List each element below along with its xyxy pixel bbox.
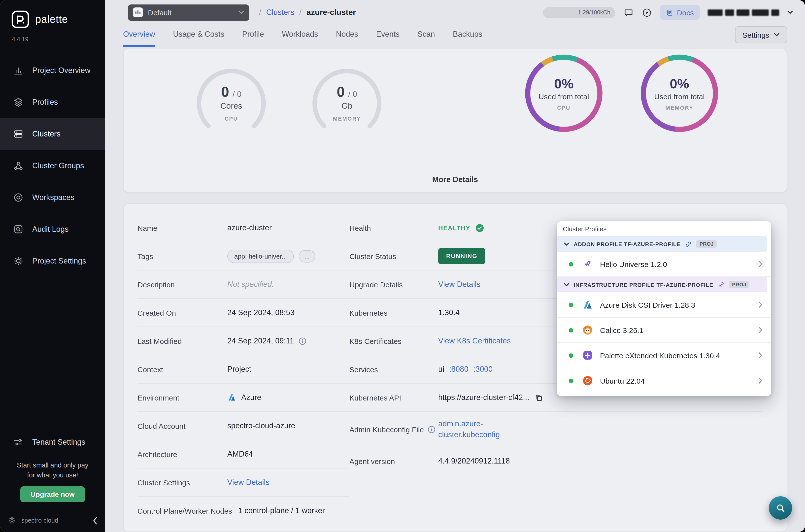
status-dot-green [569, 262, 573, 266]
agent-version-row: Agent version 4.4.9/20240912.1118 [349, 447, 763, 475]
cpu-gauge: 0/ 0 Cores CPU [194, 65, 268, 140]
chevron-right-icon [758, 301, 762, 308]
kubeconfig-download-link[interactable]: admin.azure- cluster.kubeconfig [438, 419, 500, 440]
project-selector-value: Default [148, 8, 233, 17]
more-details-button[interactable]: More Details [123, 175, 787, 184]
tab-nodes[interactable]: Nodes [336, 30, 358, 46]
chevron-right-icon [758, 261, 762, 267]
sidebar-item-label: Cluster Groups [32, 161, 84, 170]
infrastructure-profile-header[interactable]: INFRASTRUCTURE PROFILE TF-AZURE-PROFILE … [557, 277, 767, 292]
brand-name: palette [35, 13, 68, 25]
profile-pack-ubuntu[interactable]: Ubuntu 22.04 [557, 368, 771, 393]
chevron-right-icon [758, 326, 762, 334]
tab-scan[interactable]: Scan [417, 30, 435, 46]
tab-backups[interactable]: Backups [453, 30, 482, 46]
name-row: Name azure-cluster [137, 214, 349, 242]
upgrade-now-button[interactable]: Upgrade now [20, 486, 85, 502]
chat-icon[interactable] [624, 7, 634, 18]
cpu-gauge-label: CPU [225, 116, 238, 121]
sidebar-item-label: Project Overview [32, 66, 90, 75]
description-value: Not specified. [227, 280, 349, 289]
search-icon [775, 502, 786, 513]
docs-button[interactable]: Docs [660, 5, 700, 20]
cluster-profiles-popover: Cluster Profiles ADDON PROFILE TF-AZURE-… [557, 221, 771, 396]
memory-unit: Gb [342, 101, 352, 111]
top-bar-right: 1.29/100kCh Docs [543, 5, 793, 20]
profile-pack-palette-extended-kubernetes[interactable]: Palette eXtended Kubernetes 1.30.4 [557, 343, 771, 368]
cluster-settings-link[interactable]: View Details [227, 478, 349, 487]
sidebar-item-tenant-settings[interactable]: Tenant Settings [0, 428, 105, 456]
context-row: Context Project [137, 355, 349, 384]
azure-icon [582, 299, 594, 310]
search-fab-button[interactable] [769, 496, 792, 519]
project-selector[interactable]: Default [128, 4, 249, 21]
cluster-profiles-title: Cluster Profiles [557, 221, 771, 236]
user-menu-chevron-icon[interactable] [787, 11, 793, 15]
pack-name: Azure Disk CSI Driver 1.28.3 [600, 301, 695, 309]
tab-workloads[interactable]: Workloads [282, 30, 318, 46]
hello-universe-rocket-icon [582, 259, 594, 269]
chevron-down-icon [564, 283, 569, 287]
sidebar-item-workspaces[interactable]: Workspaces [0, 182, 105, 213]
more-tags-chip[interactable]: ... [299, 250, 315, 262]
memory-usage-percent: 0% [670, 76, 689, 92]
tab-events[interactable]: Events [376, 30, 400, 46]
cpu-usage-percent: 0% [554, 76, 574, 92]
memory-gauge-label: MEMORY [333, 116, 361, 121]
metrics-card: 0/ 0 Cores CPU 0/ 0 Gb MEMORY [123, 49, 787, 193]
service-port-8080-link[interactable]: :8080 [449, 365, 468, 374]
compass-icon[interactable] [642, 7, 652, 18]
collapse-sidebar-icon[interactable] [93, 517, 97, 524]
azure-icon [227, 393, 236, 402]
ubuntu-icon [582, 375, 594, 386]
memory-usage-caption: Used from total [654, 92, 705, 100]
sidebar-item-cluster-groups[interactable]: Cluster Groups [0, 150, 105, 182]
breadcrumb-current: azure-cluster [306, 8, 356, 17]
last-modified-value: 24 Sep 2024, 09:11 [227, 337, 294, 345]
breadcrumb-clusters-link[interactable]: Clusters [266, 8, 294, 17]
sidebar-item-audit-logs[interactable]: Audit Logs [0, 213, 105, 245]
sidebar-item-project-settings[interactable]: Project Settings [0, 245, 105, 277]
user-account-redacted[interactable] [708, 10, 779, 16]
architecture-value: AMD64 [227, 450, 349, 459]
tab-profile[interactable]: Profile [242, 30, 264, 46]
pack-name: Palette eXtended Kubernetes 1.30.4 [600, 351, 720, 360]
memory-usage-donut: 0% Used from total MEMORY [641, 55, 718, 132]
pack-name: Ubuntu 22.04 [600, 376, 645, 385]
palette-logo: palette [0, 0, 105, 29]
audit-search-icon [13, 224, 24, 235]
sidebar-item-clusters[interactable]: Clusters [0, 118, 105, 150]
breadcrumb: / Clusters / azure-cluster [259, 8, 356, 17]
tab-usage-costs[interactable]: Usage & Costs [173, 30, 224, 46]
upgrade-promo-text: Start small and only pay for what you us… [0, 460, 105, 480]
chevron-down-icon [238, 11, 244, 15]
chevron-right-icon [758, 377, 762, 384]
info-icon[interactable] [299, 337, 306, 345]
tab-overview[interactable]: Overview [123, 30, 155, 46]
settings-button[interactable]: Settings [735, 26, 787, 43]
link-icon[interactable] [718, 281, 725, 288]
tag-chip: app: hello-univer... [227, 249, 294, 263]
service-port-3000-link[interactable]: :3000 [474, 365, 493, 374]
scope-badge: PROJ [696, 240, 717, 248]
profile-pack-azure-disk-csi[interactable]: Azure Disk CSI Driver 1.28.3 [557, 292, 771, 318]
calico-icon [582, 325, 594, 336]
network-nodes-icon [13, 160, 24, 171]
agent-version-value: 4.4.9/20240912.1118 [438, 457, 763, 466]
addon-profile-header[interactable]: ADDON PROFILE TF-AZURE-PROFILE PROJ [557, 236, 767, 252]
app-window: palette 4.4.19 Project Overview Profiles… [0, 0, 805, 532]
copy-icon[interactable] [534, 393, 543, 402]
clusters-icon [13, 129, 24, 139]
info-icon[interactable] [428, 425, 435, 433]
sidebar-item-profiles[interactable]: Profiles [0, 87, 105, 118]
profile-pack-hello-universe[interactable]: Hello Universe 1.2.0 [557, 252, 771, 277]
sidebar-item-project-overview[interactable]: Project Overview [0, 55, 105, 87]
profile-pack-calico[interactable]: Calico 3.26.1 [557, 318, 771, 343]
cpu-unit: Cores [221, 101, 242, 111]
last-modified-row: Last Modified 24 Sep 2024, 09:11 [137, 327, 349, 355]
status-dot-green [569, 353, 573, 358]
settings-label: Settings [743, 31, 769, 39]
memory-gauge: 0/ 0 Gb MEMORY [310, 65, 384, 140]
link-icon[interactable] [685, 241, 692, 247]
sidebar-footer: spectro cloud [0, 509, 105, 532]
